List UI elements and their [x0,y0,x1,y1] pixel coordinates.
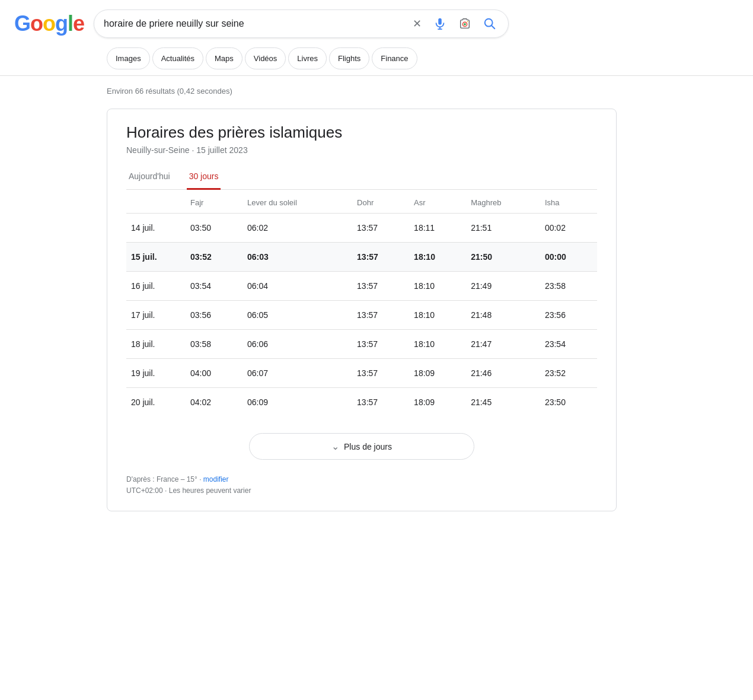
cell-time: 18:10 [409,330,466,359]
results-info: Environ 66 résultats (0,42 secondes) [0,81,753,101]
col-fajr: Fajr [186,190,243,214]
cell-date: 16 juil. [126,272,186,301]
cell-time: 00:02 [540,214,597,243]
search-input[interactable]: horaire de priere neuilly sur seine [104,18,406,29]
tab-flights[interactable]: Flights [329,47,369,69]
cell-time: 13:57 [352,301,409,330]
cell-time: 21:45 [466,388,540,417]
cell-time: 23:50 [540,388,597,417]
google-logo: Google [14,11,84,36]
table-row: 16 juil.03:5406:0413:5718:1021:4923:58 [126,272,597,301]
card-footer: D'après : France – 15° · modifier UTC+02… [126,474,597,497]
close-icon: ✕ [413,17,422,30]
lens-button[interactable] [456,15,474,33]
cell-time: 03:58 [186,330,243,359]
svg-line-7 [492,26,494,28]
footer-modifier-link[interactable]: modifier [203,475,229,483]
cell-time: 03:50 [186,214,243,243]
search-bar: horaire de priere neuilly sur seine ✕ [94,9,509,38]
cell-time: 21:46 [466,359,540,388]
cell-time: 06:07 [243,359,352,388]
cell-time: 06:06 [243,330,352,359]
cell-time: 21:48 [466,301,540,330]
cell-time: 23:54 [540,330,597,359]
card-subtitle: Neuilly-sur-Seine · 15 juillet 2023 [126,145,597,155]
cell-time: 06:05 [243,301,352,330]
svg-point-4 [464,23,466,26]
chevron-down-icon: ⌄ [331,441,339,452]
search-icon [483,17,496,30]
footer-utc: UTC+02:00 · Les heures peuvent varier [126,485,597,497]
cell-time: 23:56 [540,301,597,330]
cell-time: 18:09 [409,359,466,388]
table-row: 17 juil.03:5606:0513:5718:1021:4823:56 [126,301,597,330]
search-button[interactable] [481,15,499,33]
cell-time: 06:02 [243,214,352,243]
cell-time: 21:51 [466,214,540,243]
mic-icon [433,17,446,30]
table-row: 15 juil.03:5206:0313:5718:1021:5000:00 [126,243,597,272]
tab-maps[interactable]: Maps [206,47,243,69]
tab-images[interactable]: Images [107,47,150,69]
cell-time: 06:04 [243,272,352,301]
cell-time: 23:52 [540,359,597,388]
col-lever: Lever du soleil [243,190,352,214]
tab-30days[interactable]: 30 jours [187,167,221,190]
results-count: Environ 66 résultats (0,42 secondes) [107,87,232,96]
prayer-table: Fajr Lever du soleil Dohr Asr Maghreb Is… [126,190,597,416]
more-days-label: Plus de jours [344,442,392,451]
table-row: 20 juil.04:0206:0913:5718:0921:4523:50 [126,388,597,417]
cell-date: 17 juil. [126,301,186,330]
cell-time: 13:57 [352,388,409,417]
cell-time: 04:02 [186,388,243,417]
cell-time: 13:57 [352,272,409,301]
cell-time: 21:47 [466,330,540,359]
cell-time: 23:58 [540,272,597,301]
table-row: 19 juil.04:0006:0713:5718:0921:4623:52 [126,359,597,388]
cell-date: 19 juil. [126,359,186,388]
cell-time: 21:50 [466,243,540,272]
cell-date: 15 juil. [126,243,186,272]
footer-source-text: D'après : France – 15° · [126,475,203,483]
prayer-card: Horaires des prières islamiques Neuilly-… [107,109,617,511]
svg-rect-0 [438,18,442,25]
cell-date: 18 juil. [126,330,186,359]
cell-time: 18:10 [409,301,466,330]
table-header: Fajr Lever du soleil Dohr Asr Maghreb Is… [126,190,597,214]
tab-actualites[interactable]: Actualités [152,47,203,69]
cell-time: 06:09 [243,388,352,417]
col-dohr: Dohr [352,190,409,214]
cell-time: 18:11 [409,214,466,243]
search-icons: ✕ [410,15,499,33]
tab-today[interactable]: Aujourd'hui [126,167,173,190]
table-row: 18 juil.03:5806:0613:5718:1021:4723:54 [126,330,597,359]
cell-time: 06:03 [243,243,352,272]
cell-date: 14 juil. [126,214,186,243]
tab-finance[interactable]: Finance [372,47,417,69]
cell-time: 03:56 [186,301,243,330]
cell-time: 00:00 [540,243,597,272]
cell-time: 21:49 [466,272,540,301]
card-title: Horaires des prières islamiques [126,123,597,142]
camera-icon [458,17,471,30]
col-isha: Isha [540,190,597,214]
cell-date: 20 juil. [126,388,186,417]
cell-time: 13:57 [352,359,409,388]
col-date [126,190,186,214]
voice-search-button[interactable] [431,15,449,33]
main-content: Horaires des prières islamiques Neuilly-… [0,109,753,511]
cell-time: 03:54 [186,272,243,301]
table-row: 14 juil.03:5006:0213:5718:1121:5100:02 [126,214,597,243]
more-days-button[interactable]: ⌄ Plus de jours [249,433,474,460]
tab-livres[interactable]: Livres [288,47,327,69]
card-tabs: Aujourd'hui 30 jours [126,167,597,190]
cell-time: 18:09 [409,388,466,417]
col-asr: Asr [409,190,466,214]
cell-time: 18:10 [409,272,466,301]
clear-button[interactable]: ✕ [410,15,424,33]
nav-tabs: Images Actualités Maps Vidéos Livres Fli… [0,47,753,76]
svg-point-5 [467,21,468,22]
cell-time: 13:57 [352,214,409,243]
tab-videos[interactable]: Vidéos [245,47,286,69]
cell-time: 13:57 [352,243,409,272]
